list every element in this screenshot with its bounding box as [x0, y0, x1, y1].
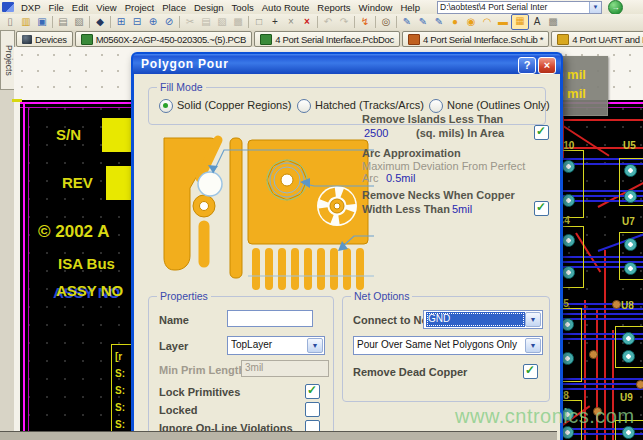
dxp-logo-icon	[2, 2, 14, 12]
menu-reports[interactable]: Reports	[313, 2, 354, 13]
paste-icon[interactable]: ▧	[214, 15, 230, 29]
silkscreen-rev-label: REV	[62, 174, 93, 191]
menu-edit[interactable]: Edit	[68, 2, 92, 13]
document-path-combo[interactable]: D:\aobtest\4 Port Serial Inter ▼	[437, 1, 602, 14]
fit-document-icon[interactable]: ⊞	[113, 15, 129, 29]
menu-file[interactable]: File	[45, 2, 68, 13]
save-document-icon[interactable]: ▣	[34, 15, 50, 29]
component-designator: U8	[621, 300, 634, 311]
help-button[interactable]: ?	[518, 57, 536, 74]
menu-dxp[interactable]: DXP	[17, 2, 45, 13]
menu-project[interactable]: Project	[121, 2, 159, 13]
menu-window[interactable]: Window	[355, 2, 397, 13]
main-toolbar: ▯ ▥ ▣ ▤ ▧ ◆ ⊞ ⊟ ⊕ ⊘ ✂ ▤ ▧ ▩ □ + × × ↶ ↷ …	[0, 14, 643, 31]
dialog-title-bar[interactable]: Polygon Pour	[133, 54, 561, 74]
open-document-icon[interactable]: ▥	[18, 15, 34, 29]
menu-design[interactable]: Design	[190, 2, 228, 13]
trace-blue	[557, 383, 643, 385]
interactive-routing-icon[interactable]: ↯	[357, 15, 373, 29]
group-legend: Net Options	[351, 290, 412, 302]
copy-icon[interactable]: ▤	[198, 15, 214, 29]
connect-to-net-label: Connect to Net	[353, 314, 431, 326]
copper-fill	[106, 166, 131, 200]
route-differential-icon[interactable]: ✎	[415, 15, 431, 29]
properties-group: Properties Name Layer TopLayer ▼ Min Pri…	[148, 296, 334, 440]
locked-checkbox[interactable]	[305, 402, 320, 417]
menu-tools[interactable]: Tools	[228, 2, 258, 13]
redo-icon[interactable]: ↷	[336, 15, 352, 29]
remove-islands-checkbox[interactable]	[534, 125, 549, 140]
new-document-icon[interactable]: ▯	[2, 15, 18, 29]
tab-label: 4 Port Serial Interface.SchLib *	[423, 34, 543, 45]
place-component-icon[interactable]: ▩	[545, 15, 561, 29]
remove-necks-value[interactable]: 5mil	[452, 203, 472, 215]
place-via-icon[interactable]: ◉	[463, 15, 479, 29]
name-input[interactable]	[227, 310, 313, 327]
board-edge-line	[23, 102, 25, 431]
document-tab-bar: Devices M0560X-2AGP-450-020305.~(5).PCB …	[14, 30, 643, 47]
arc-deviation-value[interactable]: 0.5mil	[386, 172, 415, 184]
undo-icon[interactable]: ↶	[320, 15, 336, 29]
cut-icon[interactable]: ✂	[182, 15, 198, 29]
silkscreen-copyright: © 2002 A	[38, 222, 109, 242]
tab-serial-schlib[interactable]: 4 Port Serial Interface.SchLib *	[402, 31, 549, 47]
remove-dead-copper-checkbox[interactable]	[523, 364, 538, 379]
fit-area-icon[interactable]: ⊟	[129, 15, 145, 29]
polygon-preview-image	[152, 128, 374, 296]
route-multiple-icon[interactable]: ✎	[431, 15, 447, 29]
chevron-down-icon[interactable]: ▼	[307, 338, 323, 353]
select-area-icon[interactable]: □	[251, 15, 267, 29]
chevron-down-icon[interactable]: ▼	[525, 312, 541, 327]
place-string-icon[interactable]: A	[529, 15, 545, 29]
route-track-icon[interactable]: ✎	[399, 15, 415, 29]
connect-to-net-combo[interactable]: GND ▼	[423, 310, 543, 329]
tab-serial-pcbdoc[interactable]: 4 Port Serial Interface.PcbDoc	[254, 31, 400, 47]
pad	[562, 266, 575, 279]
chevron-down-icon[interactable]: ▼	[525, 338, 541, 353]
radio-none[interactable]	[429, 99, 443, 113]
radio-solid[interactable]	[159, 99, 173, 113]
chevron-down-icon[interactable]: ▼	[589, 2, 601, 13]
menu-help[interactable]: Help	[396, 2, 424, 13]
paste-array-icon[interactable]: ▩	[230, 15, 246, 29]
place-pad-icon[interactable]: ●	[447, 15, 463, 29]
layer-combo[interactable]: TopLayer ▼	[227, 336, 325, 355]
browse-components-icon[interactable]: ◆	[92, 15, 108, 29]
remove-necks-checkbox[interactable]	[534, 201, 549, 216]
arc-approximation-title: Arc Approximation	[362, 147, 461, 159]
knowledge-center-icon[interactable]: →	[608, 0, 623, 15]
radio-hatched[interactable]	[297, 99, 311, 113]
zoom-selection-icon[interactable]: ⊕	[145, 15, 161, 29]
move-selection-icon[interactable]: +	[267, 15, 283, 29]
deselect-icon[interactable]: ×	[283, 15, 299, 29]
lock-primitives-checkbox[interactable]	[305, 384, 320, 399]
application-window: DXP File Edit View Project Place Design …	[0, 0, 643, 440]
remove-islands-suffix: (sq. mils) In Area	[416, 127, 504, 139]
clear-filter-icon[interactable]: ×	[299, 15, 315, 29]
tab-pcb-document[interactable]: M0560X-2AGP-450-020305.~(5).PCB	[75, 31, 252, 47]
place-fill-icon[interactable]: ▬	[495, 15, 511, 29]
menu-place[interactable]: Place	[158, 2, 190, 13]
tab-devices[interactable]: Devices	[16, 31, 73, 47]
group-legend: Fill Mode	[157, 81, 206, 93]
print-icon[interactable]: ▤	[55, 15, 71, 29]
origin-marker	[12, 99, 22, 102]
projects-panel-tab[interactable]: Projects	[0, 30, 15, 90]
find-similar-icon[interactable]: ◎	[378, 15, 394, 29]
place-polygon-icon[interactable]: ▦	[511, 14, 529, 30]
menu-auto-route[interactable]: Auto Route	[258, 2, 314, 13]
print-preview-icon[interactable]: ▧	[71, 15, 87, 29]
pour-over-combo[interactable]: Pour Over Same Net Polygons Only ▼	[353, 336, 543, 355]
via	[636, 380, 643, 389]
trace-red	[557, 119, 643, 121]
tab-uart-drivers[interactable]: 4 Port UART and Line Drivers.	[551, 31, 643, 47]
layer-label: Layer	[159, 340, 188, 352]
remove-islands-title: Remove Islands Less Than	[362, 113, 503, 125]
remove-islands-value[interactable]: 2500	[364, 127, 388, 139]
close-button[interactable]: ×	[538, 57, 556, 74]
menu-view[interactable]: View	[92, 2, 120, 13]
name-label: Name	[159, 314, 189, 326]
zoom-filter-icon[interactable]: ⊘	[161, 15, 177, 29]
place-arc-icon[interactable]: ◠	[479, 15, 495, 29]
document-path-value: D:\aobtest\4 Port Serial Inter	[440, 2, 589, 12]
